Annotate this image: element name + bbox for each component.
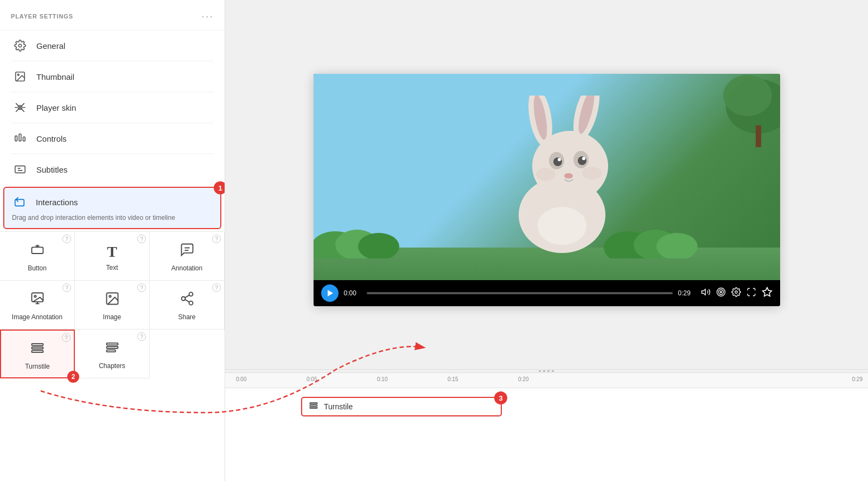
svg-point-23 <box>181 297 185 301</box>
sidebar-item-thumbnail[interactable]: Thumbnail <box>0 61 225 92</box>
settings-icon[interactable] <box>731 287 741 299</box>
thumbnail-label: Thumbnail <box>36 72 74 81</box>
share-label: Share <box>178 313 195 321</box>
svg-rect-32 <box>106 350 115 352</box>
svg-rect-11 <box>31 247 43 254</box>
button-cell-icon <box>30 242 45 261</box>
svg-point-44 <box>553 157 562 166</box>
svg-point-46 <box>558 158 561 161</box>
svg-point-48 <box>564 173 573 179</box>
ruler-mark-5: 0:29 <box>852 376 863 382</box>
element-chapters[interactable]: ? Chapters <box>75 330 150 378</box>
share-cell-icon <box>180 291 195 310</box>
sidebar-item-controls[interactable]: Controls <box>0 123 225 154</box>
resize-dots <box>539 370 555 372</box>
gear-icon <box>12 38 28 53</box>
image-annotation-cell-icon <box>30 291 45 310</box>
image-cell-icon <box>105 291 120 310</box>
svg-point-49 <box>536 168 556 181</box>
svg-rect-64 <box>310 403 317 404</box>
element-turnstile[interactable]: 2 ? Turnstile <box>0 330 75 378</box>
bush-left <box>314 215 411 258</box>
svg-point-50 <box>582 167 602 180</box>
image-help[interactable]: ? <box>137 283 146 292</box>
play-button[interactable] <box>321 284 339 302</box>
turnstile-timeline-block[interactable]: 3 Turnstile <box>301 397 502 416</box>
svg-marker-58 <box>701 289 705 295</box>
svg-rect-28 <box>32 347 43 349</box>
button-help[interactable]: ? <box>62 235 71 243</box>
svg-point-60 <box>718 290 723 295</box>
ruler-mark-1: 0:05 <box>307 376 317 382</box>
turnstile-cell-icon <box>30 340 45 359</box>
annotation-label: Annotation <box>171 264 202 272</box>
total-time: 0:29 <box>678 289 695 297</box>
svg-point-34 <box>723 75 772 116</box>
svg-line-25 <box>185 300 189 302</box>
main-content: 0:00 0:29 <box>225 0 868 481</box>
interactions-description: Drag and drop interaction elements into … <box>4 213 220 228</box>
annotation-help[interactable]: ? <box>212 235 221 243</box>
turnstile-label: Turnstile <box>25 363 50 370</box>
svg-point-61 <box>720 292 722 293</box>
volume-icon[interactable] <box>701 287 711 299</box>
svg-rect-29 <box>32 350 43 352</box>
tree-decoration <box>672 74 780 155</box>
chapters-help[interactable]: ? <box>137 332 146 341</box>
badge-2: 2 <box>67 371 79 383</box>
subtitles-label: Subtitles <box>36 165 68 174</box>
svg-rect-27 <box>32 343 43 345</box>
svg-rect-35 <box>756 125 761 147</box>
brush-icon <box>12 100 28 115</box>
target-icon[interactable] <box>716 287 726 299</box>
ruler-mark-0: 0:00 <box>236 376 246 382</box>
sidebar: PLAYER SETTINGS ··· General Thumbnail <box>0 0 225 481</box>
element-image-annotation[interactable]: ? Image Annotation <box>0 281 75 330</box>
video-controls: 0:00 0:29 <box>314 280 780 306</box>
element-text[interactable]: ? T Text <box>75 232 150 281</box>
general-label: General <box>36 41 65 50</box>
elements-grid: ? Button ? T Text ? <box>0 231 225 378</box>
sidebar-item-player-skin[interactable]: Player skin <box>0 92 225 123</box>
share-help[interactable]: ? <box>212 283 221 292</box>
badge-3: 3 <box>494 391 507 404</box>
current-time: 0:00 <box>344 289 361 297</box>
svg-rect-16 <box>31 293 43 302</box>
sidebar-item-subtitles[interactable]: Subtitles <box>0 154 225 185</box>
image-annotation-help[interactable]: ? <box>62 283 71 292</box>
element-annotation[interactable]: ? Annotation <box>150 232 225 281</box>
interactions-label: Interactions <box>36 198 78 207</box>
progress-bar[interactable] <box>367 292 673 294</box>
svg-point-24 <box>189 301 193 305</box>
interactions-header[interactable]: Interactions <box>4 188 220 213</box>
annotation-cell-icon <box>180 242 195 261</box>
ruler-mark-2: 0:10 <box>377 376 387 382</box>
video-screen <box>314 74 780 280</box>
button-label: Button <box>28 264 47 272</box>
text-help[interactable]: ? <box>137 235 146 243</box>
text-label: Text <box>106 264 118 271</box>
svg-rect-65 <box>310 405 317 406</box>
image-icon <box>12 69 28 84</box>
controls-label: Controls <box>36 134 67 143</box>
element-share[interactable]: ? Share <box>150 281 225 330</box>
video-container: 0:00 0:29 <box>225 0 868 369</box>
element-button[interactable]: ? Button <box>0 232 75 281</box>
svg-rect-66 <box>310 407 317 408</box>
timeline-row-turnstile: 3 Turnstile <box>225 394 868 417</box>
turnstile-help[interactable]: ? <box>62 333 71 342</box>
timeline-area: 0:00 0:05 0:10 0:15 0:20 0:29 3 <box>225 372 868 481</box>
more-options-button[interactable]: ··· <box>201 10 214 22</box>
svg-line-26 <box>185 295 189 298</box>
video-player: 0:00 0:29 <box>314 74 780 306</box>
element-image[interactable]: ? Image <box>75 281 150 330</box>
svg-marker-63 <box>762 288 771 296</box>
bush-right <box>601 215 699 258</box>
ruler-mark-4: 0:20 <box>518 376 528 382</box>
controls-icon <box>12 131 28 146</box>
sidebar-item-general[interactable]: General <box>0 30 225 61</box>
brand-icon <box>762 287 773 300</box>
ruler-mark-3: 0:15 <box>448 376 458 382</box>
fullscreen-icon[interactable] <box>746 287 756 299</box>
svg-point-47 <box>582 157 585 160</box>
